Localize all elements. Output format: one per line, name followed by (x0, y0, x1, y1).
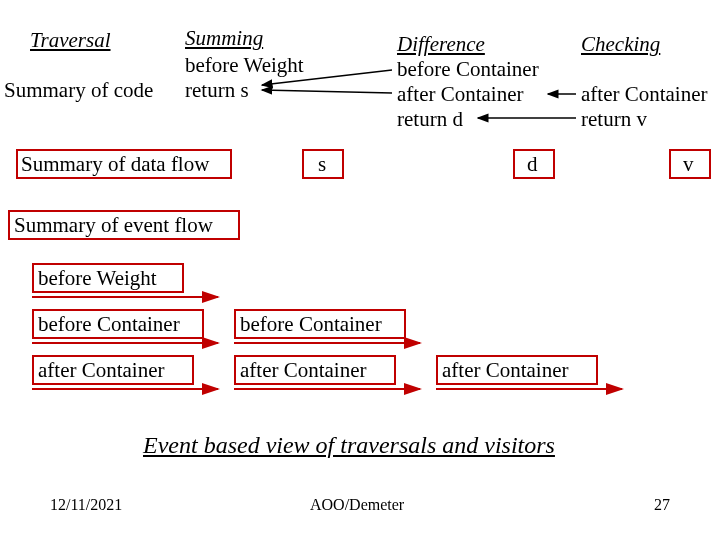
footer-page: 27 (654, 496, 670, 514)
footer-date: 12/11/2021 (50, 496, 122, 514)
red-arrow-layer (0, 0, 720, 540)
footer-center: AOO/Demeter (310, 496, 404, 514)
slide-title: Event based view of traversals and visit… (143, 432, 555, 459)
